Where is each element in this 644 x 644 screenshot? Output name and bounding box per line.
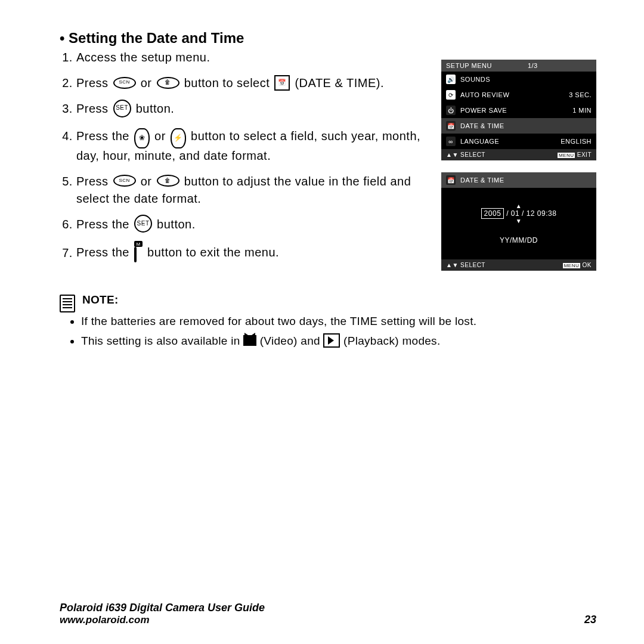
text: Press [76,76,112,89]
text: (DATE & TIME). [295,76,384,89]
menu-button-icon: M [134,241,143,264]
text: or [141,76,156,89]
step-5: Press or button to adjust the value in t… [76,173,423,208]
text: Press the [76,129,133,143]
menu-tag: MENU [563,263,581,268]
text: This setting is also available in [81,335,243,347]
note-title: NOTE: [82,293,119,306]
menu-tag: MENU [558,153,575,158]
instruction-steps: Access the setup menu. Press or button t… [60,49,423,283]
menu-item-selected: DATE & TIME [460,122,504,129]
text: (Video) and [260,335,324,347]
note-item: This setting is also available in (Video… [81,333,596,349]
menu-value: 3 SEC. [569,91,592,98]
delete-button-icon [157,175,179,187]
macro-button-icon: ❀ [134,128,150,148]
menu-item: LANGUAGE [460,138,499,145]
text: button. [157,218,196,231]
page-footer: Polaroid i639 Digital Camera User Guide … [60,602,596,626]
text: Press the [76,246,133,259]
footer-select: SELECT [460,151,485,158]
menu-value: ENGLISH [561,138,592,145]
footer-select: SELECT [460,262,485,268]
step-4: Press the ❀ or ⚡ button to select a fiel… [76,127,423,165]
lcd-title: DATE & TIME [460,177,504,184]
date-rest: / 01 / 12 09:38 [504,209,556,218]
menu-item: AUTO REVIEW [460,91,509,98]
text: Press the [76,218,133,231]
text: (Playback) modes. [343,335,440,347]
text: or [154,129,169,143]
menu-value: 1 MIN [572,107,592,114]
lcd-page: 1/3 [528,62,538,69]
step-7: Press the M button to exit the menu. [76,242,423,265]
page-number: 23 [584,614,596,626]
flash-button-icon: ⚡ [171,128,186,148]
set-button-icon [113,100,131,117]
set-button-icon [134,215,152,233]
note-section: NOTE: If the batteries are removed for a… [60,293,596,349]
delete-button-icon [157,77,179,89]
menu-item: POWER SAVE [460,107,507,114]
text: Press [76,175,112,188]
menu-item: SOUNDS [460,76,490,83]
footer-url: www.polaroid.com [60,614,265,626]
section-heading: • Setting the Date and Time [60,30,596,47]
text: button to select [184,76,274,89]
year-field: 2005 [481,208,504,219]
date-format: YY/MM/DD [500,236,538,244]
footer-ok: OK [583,262,592,268]
step-1: Access the setup menu. [76,49,423,66]
updown-icon: ▲▼ [446,262,459,268]
text: button to exit the menu. [147,246,279,259]
text: Press [76,102,112,115]
updown-icon: ▲▼ [446,151,459,158]
date-time-screenshot: 📅 DATE & TIME ▲ 2005 / 01 / 12 09:38 ▼ Y… [441,172,596,271]
footer-guide-title: Polaroid i639 Digital Camera User Guide [60,602,265,614]
text: or [141,175,156,188]
step-6: Press the button. [76,216,423,234]
text: button. [136,102,175,115]
note-icon [60,295,75,312]
step-2: Press or button to select 📅 (DATE & TIME… [76,75,423,92]
setup-menu-screenshot: SETUP MENU 1/3 🔊SOUNDS ⟳AUTO REVIEW3 SEC… [441,60,596,160]
date-time-icon: 📅 [274,75,290,91]
note-item: If the batteries are removed for about t… [81,314,596,330]
scn-button-icon [113,77,136,89]
lcd-title: SETUP MENU [446,62,492,69]
step-3: Press button. [76,100,423,119]
playback-mode-icon [323,333,340,348]
video-mode-icon [243,335,256,346]
footer-exit: EXIT [577,151,592,158]
scn-button-icon [113,175,136,187]
